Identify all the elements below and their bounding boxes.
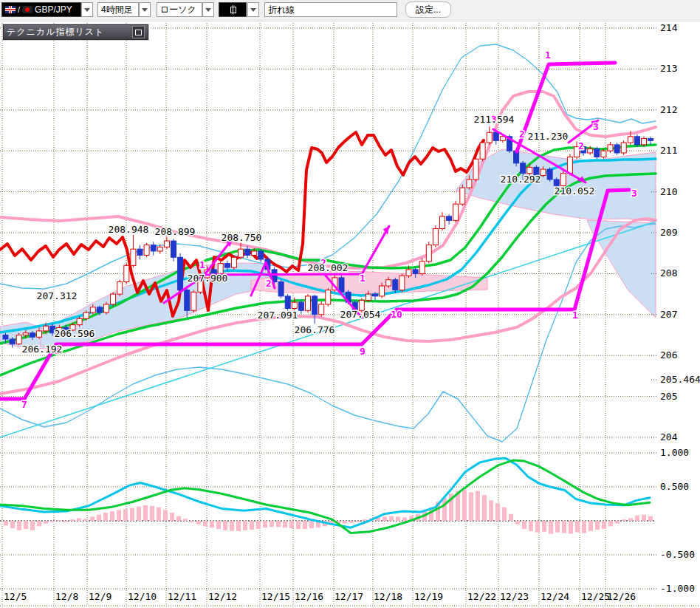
fx-chart-app: { "toolbar":{ "pair":"GBP/JPY", "timefra…	[0, 0, 700, 608]
osc-axis-label: -1.000	[660, 583, 695, 594]
restore-icon	[135, 30, 142, 35]
price-axis-label: 209	[660, 227, 677, 238]
macd-histogram-bar	[389, 516, 394, 521]
candle-body	[239, 249, 244, 257]
overlay-name-input[interactable]	[264, 2, 397, 17]
macd-histogram-bar	[30, 521, 35, 530]
osc-axis-label: 1.000	[660, 447, 689, 458]
candle-body	[614, 145, 620, 153]
candle-style-selector[interactable]	[219, 2, 247, 17]
macd-histogram-bar	[123, 509, 128, 521]
macd-histogram-bar	[110, 511, 114, 521]
macd-histogram-bar	[476, 491, 480, 521]
candle-body	[164, 241, 169, 247]
macd-histogram-bar	[582, 521, 586, 533]
candle-style-chevron-icon[interactable]	[247, 2, 259, 17]
macd-histogram-bar	[622, 519, 626, 521]
pair-selector[interactable]: / GBP/JPY	[1, 2, 81, 17]
macd-histogram-bar	[216, 521, 221, 529]
candle-body	[292, 302, 297, 308]
candle-body	[137, 249, 143, 255]
macd-histogram-bar	[210, 521, 214, 527]
candle-body	[386, 280, 391, 286]
macd-histogram-bar	[157, 508, 161, 521]
macd-histogram-bar	[509, 514, 513, 521]
timeframe-selector[interactable]: 4時間足	[97, 2, 139, 17]
date-axis-label: 12/25	[581, 591, 610, 602]
price-axis-label: 207	[660, 309, 677, 320]
macd-histogram-bar	[90, 516, 95, 521]
macd-histogram-bar	[522, 521, 526, 529]
technical-indicator-list-panel[interactable]: テクニカル指標リスト	[3, 24, 148, 40]
settings-button[interactable]: 設定...	[405, 1, 451, 18]
candle-body	[252, 251, 257, 256]
candle-body	[157, 247, 162, 251]
macd-histogram-bar	[535, 521, 540, 533]
macd-histogram-bar	[10, 521, 15, 528]
wave-number-label: 2	[578, 140, 584, 151]
candle-body	[231, 257, 236, 267]
pivot-price-label: 207.091	[258, 310, 298, 321]
candle-body	[500, 137, 505, 141]
macd-histogram-bar	[24, 521, 28, 529]
macd-histogram-bar	[163, 510, 168, 521]
pivot-price-label: 211.230	[528, 131, 569, 142]
candle-body	[285, 296, 290, 309]
date-axis-label: 12/23	[500, 591, 529, 602]
macd-histogram-bar	[363, 519, 367, 521]
candle-body	[608, 145, 613, 151]
macd-histogram-bar	[396, 516, 400, 521]
candle-body	[298, 302, 303, 310]
wave-number-label: 10	[391, 309, 402, 320]
macd-histogram-bar	[250, 521, 254, 530]
restore-window-button[interactable]	[132, 26, 145, 38]
macd-histogram-bar	[230, 521, 234, 531]
timeframe-chevron-icon[interactable]	[139, 2, 151, 17]
pivot-price-label: 208.899	[155, 226, 196, 237]
wave-number-label: 1	[572, 310, 578, 321]
macd-histogram-bar	[489, 500, 493, 521]
pair-dropdown-chevron-icon[interactable]	[81, 2, 93, 17]
candle-body	[124, 265, 129, 281]
candle-body	[560, 174, 566, 186]
macd-histogram-bar	[442, 498, 447, 521]
macd-histogram-bar	[44, 521, 48, 524]
price-axis-label: 213	[660, 63, 677, 74]
candle-body	[191, 292, 196, 310]
macd-histogram-bar	[223, 521, 227, 530]
wave-number-label: 9	[360, 346, 366, 357]
date-axis-label: 12/12	[208, 591, 237, 602]
price-chart-canvas[interactable]: 7891013123322121206.192207.312206.596208…	[0, 0, 700, 608]
wave-number-label: 3	[631, 188, 637, 199]
macd-histogram-bar	[170, 513, 174, 521]
macd-histogram-bar	[4, 521, 8, 525]
date-axis-label: 12/26	[607, 591, 636, 602]
pair-label: GBP/JPY	[35, 4, 72, 15]
macd-histogram-bar	[83, 519, 88, 521]
candle-body	[16, 335, 21, 344]
macd-histogram-bar	[137, 507, 141, 521]
pivot-price-label: 206.192	[22, 344, 63, 355]
macd-histogram-bar	[296, 521, 301, 529]
macd-histogram-bar	[203, 521, 207, 526]
macd-histogram-bar	[495, 503, 500, 521]
date-axis-label: 12/10	[128, 591, 157, 602]
candle-body	[588, 148, 593, 153]
macd-histogram-bar	[303, 521, 307, 529]
macd-histogram-bar	[37, 521, 41, 526]
macd-histogram-bar	[562, 521, 566, 533]
macd-histogram-bar	[569, 521, 573, 533]
chart-type-chevron-icon[interactable]	[202, 2, 214, 17]
candle-body	[131, 249, 136, 265]
candle-body	[547, 169, 552, 180]
chart-type-selector[interactable]: ローソク	[157, 2, 202, 17]
candle-body	[460, 188, 465, 204]
candle-body	[258, 251, 264, 259]
pivot-price-label: 210.292	[501, 174, 541, 185]
candle-body	[433, 228, 438, 245]
macd-histogram-bar	[143, 505, 148, 521]
candle-body	[224, 264, 230, 268]
wave-number-label: 1	[199, 259, 205, 270]
date-axis-label: 12/18	[374, 591, 402, 602]
date-axis-label: 12/9	[89, 591, 111, 602]
